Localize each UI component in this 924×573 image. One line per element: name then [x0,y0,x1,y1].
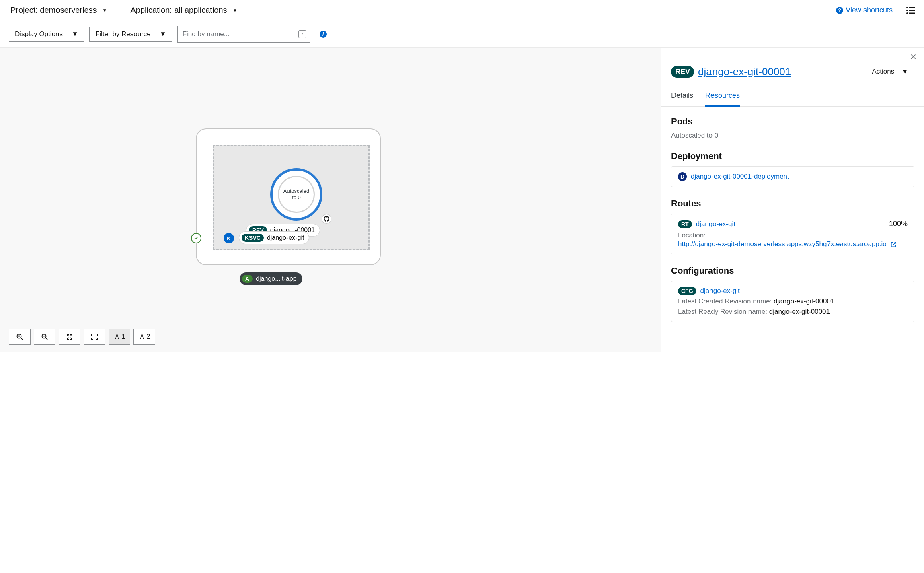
external-link-icon [891,242,896,247]
find-input[interactable] [178,26,295,42]
configurations-section: Configurations CFG django-ex-git Latest … [661,256,924,330]
application-label-pill[interactable]: A django...it-app [240,272,302,285]
svg-rect-3 [909,10,915,11]
ksvc-name: django-ex-git [267,234,304,241]
caret-down-icon: ▼ [901,68,908,76]
fit-to-screen-button[interactable] [59,329,80,345]
svg-rect-1 [909,7,915,8]
caret-down-icon: ▼ [103,8,107,13]
tab-details[interactable]: Details [671,87,693,106]
configuration-card: CFG django-ex-git Latest Created Revisio… [671,281,914,322]
svg-line-26 [142,335,144,338]
application-name: all applications [174,6,227,14]
route-badge-icon: RT [678,220,692,228]
deployment-card: D django-ex-git-00001-deployment [671,166,914,187]
fit-icon [66,334,73,340]
application-selector[interactable]: Application: all applications ▼ [129,4,239,16]
view-shortcuts-link[interactable]: ? View shortcuts [836,6,893,14]
github-icon[interactable] [322,214,331,224]
filter-resource-button[interactable]: Filter by Resource ▼ [89,27,172,42]
layout-1-label: 1 [122,333,125,340]
application-label-prefix: Application: [130,6,174,14]
configuration-link[interactable]: django-ex-git [700,287,740,295]
application-group[interactable]: Autoscaled to 0 REV django...-00001 K KS… [196,128,381,265]
rev-badge: REV [671,66,694,78]
zoom-out-icon [41,334,48,340]
svg-line-15 [70,338,72,339]
reset-icon [91,334,98,340]
revision-node[interactable]: Autoscaled to 0 [270,168,322,221]
panel-title: REV django-ex-git-00001 [671,66,791,78]
actions-dropdown[interactable]: Actions ▼ [866,64,914,79]
project-label-prefix: Project: [10,6,40,14]
ready-rev-label: Latest Ready Revision name: [678,308,769,315]
reset-view-button[interactable] [84,329,105,345]
list-view-icon[interactable] [906,6,915,15]
svg-line-13 [68,335,69,336]
close-icon[interactable]: ✕ [910,52,917,62]
route-url-link[interactable]: http://django-ex-git-demoserverless.apps… [678,240,887,248]
status-success-icon [191,233,201,243]
svg-point-2 [906,10,908,11]
caret-down-icon: ▼ [160,30,166,38]
display-options-label: Display Options [15,30,63,38]
topology-canvas[interactable]: Autoscaled to 0 REV django...-00001 K KS… [0,48,924,352]
find-by-name-field[interactable]: / [177,26,310,43]
svg-line-11 [46,338,48,340]
help-circle-icon: ? [836,7,843,14]
svg-rect-5 [909,12,915,14]
layout-2-button[interactable]: 2 [133,329,155,345]
route-card: RT django-ex-git 100% Location: http://d… [671,214,914,254]
node-status: Autoscaled to 0 [278,176,315,213]
svg-line-16 [68,338,69,339]
deployment-link[interactable]: django-ex-git-00001-deployment [691,173,789,181]
resource-title-link[interactable]: django-ex-git-00001 [698,66,791,78]
configurations-heading: Configurations [671,266,914,276]
display-options-button[interactable]: Display Options ▼ [9,27,84,42]
knative-icon: K [224,233,234,243]
created-rev-label: Latest Created Revision name: [678,297,774,305]
svg-line-21 [117,335,119,338]
deployment-section: Deployment D django-ex-git-00001-deploym… [661,141,924,189]
layout-2-label: 2 [147,333,150,340]
deployment-badge-icon: D [678,172,687,181]
keyboard-shortcut-hint: / [298,30,306,38]
graph-icon [114,334,120,340]
info-icon[interactable]: i [320,31,327,38]
caret-down-icon: ▼ [233,8,238,13]
config-badge-icon: CFG [678,287,696,295]
node-status-line1: Autoscaled [283,188,309,194]
zoom-out-button[interactable] [34,329,55,345]
node-status-line2: to 0 [292,194,301,201]
tab-resources[interactable]: Resources [705,87,740,107]
ready-rev-value: django-ex-git-00001 [769,308,830,315]
ksvc-label-pill[interactable]: KSVC django-ex-git [239,231,309,244]
svg-line-25 [140,335,142,338]
svg-point-0 [906,7,908,8]
application-short-name: django...it-app [256,275,296,282]
pods-heading: Pods [671,116,914,127]
location-label: Location: [678,231,908,239]
layout-1-button[interactable]: 1 [109,329,130,345]
pods-section: Pods Autoscaled to 0 [661,107,924,141]
view-shortcuts-label: View shortcuts [846,6,893,14]
details-panel: ✕ REV django-ex-git-00001 Actions ▼ Deta… [661,48,924,352]
caret-down-icon: ▼ [72,30,78,38]
project-selector[interactable]: Project: demoserverless ▼ [9,4,109,16]
svg-line-7 [21,338,23,340]
route-link[interactable]: django-ex-git [696,220,735,228]
zoom-toolbar: 1 2 [9,329,155,345]
routes-section: Routes RT django-ex-git 100% Location: h… [661,189,924,256]
app-badge: A [242,275,253,283]
deployment-heading: Deployment [671,151,914,161]
ksvc-badge: KSVC [242,234,264,242]
actions-label: Actions [872,68,894,76]
created-rev-value: django-ex-git-00001 [774,297,834,305]
svg-line-20 [115,335,117,338]
svg-point-4 [906,12,908,14]
route-traffic-percent: 100% [889,220,908,228]
zoom-in-button[interactable] [9,329,31,345]
svg-line-14 [70,335,72,336]
project-name: demoserverless [40,6,97,14]
panel-tabs: Details Resources [661,87,924,107]
